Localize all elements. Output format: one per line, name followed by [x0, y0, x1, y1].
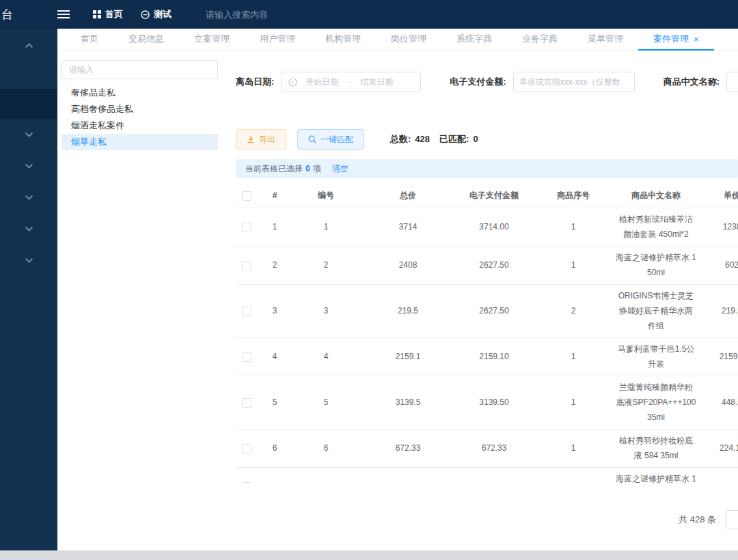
- row-checkbox[interactable]: [242, 482, 251, 483]
- nav-test[interactable]: 测试: [141, 8, 172, 20]
- table-cell: 海蓝之谜修护精萃水 150ml: [614, 247, 698, 284]
- row-checkbox-cell: [236, 444, 258, 453]
- tab-机构管理[interactable]: 机构管理: [310, 29, 376, 51]
- table-cell: 3714.00: [456, 216, 532, 239]
- hamburger-icon[interactable]: [57, 10, 70, 19]
- tab-label: 交易信息: [128, 33, 164, 45]
- sidebar-item[interactable]: [0, 30, 57, 61]
- close-icon[interactable]: ×: [694, 34, 699, 44]
- row-checkbox[interactable]: [242, 444, 251, 453]
- sidebar-item[interactable]: [0, 150, 57, 182]
- column-header: 商品序号: [532, 184, 614, 208]
- category-search-input[interactable]: [62, 60, 218, 79]
- date-end-placeholder: 结束日期: [360, 76, 393, 88]
- chevron-down-icon: [25, 195, 33, 200]
- amount-filter-input[interactable]: [513, 72, 635, 92]
- amount-filter-label: 电子支付金额:: [450, 76, 506, 88]
- table-row: 77602602.001海蓝之谜修护精萃水 150ml602: [236, 468, 738, 483]
- table-cell: 2159.10: [456, 346, 532, 369]
- table-cell: 219.5: [360, 300, 456, 323]
- chevron-down-icon: [25, 257, 33, 263]
- table-cell: 7: [292, 475, 360, 483]
- table-cell: 3139.5: [360, 391, 456, 415]
- table-cell: 1: [292, 216, 360, 239]
- tree-item-烟酒走私案件[interactable]: 烟酒走私案件: [62, 117, 218, 134]
- tab-label: 系统字典: [456, 33, 492, 45]
- sidebar-item[interactable]: [0, 119, 57, 150]
- nav-home[interactable]: 首页: [93, 8, 123, 20]
- tab-交易信息[interactable]: 交易信息: [113, 29, 179, 51]
- header-checkbox-cell: [236, 191, 258, 201]
- table-cell: 2: [532, 300, 614, 323]
- sidebar-item[interactable]: [0, 213, 57, 244]
- nav-test-label: 测试: [154, 8, 172, 20]
- selection-bar: 当前表格已选择 0 项 清空: [236, 159, 738, 178]
- sidebar-item-active[interactable]: [0, 89, 57, 119]
- tab-菜单管理[interactable]: 菜单管理: [573, 29, 638, 51]
- sidebar-item[interactable]: [0, 244, 57, 276]
- row-checkbox[interactable]: [242, 261, 251, 270]
- date-range-picker[interactable]: 开始日期 - 结束日期: [281, 72, 421, 92]
- tab-label: 首页: [81, 33, 98, 45]
- tab-首页[interactable]: 首页: [66, 29, 113, 51]
- minus-circle-icon: [141, 10, 150, 19]
- main-panel: 离岛日期: 开始日期 - 结束日期 电子支付金额:: [223, 51, 738, 550]
- category-panel: 奢侈品走私高档奢侈品走私烟酒走私案件烟草走私: [57, 51, 223, 550]
- table-cell: 602.00: [456, 475, 532, 483]
- row-checkbox[interactable]: [242, 307, 251, 316]
- tree-item-烟草走私[interactable]: 烟草走私: [62, 134, 218, 150]
- row-checkbox-cell: [236, 352, 258, 362]
- global-search-input[interactable]: [206, 10, 322, 20]
- tab-用户管理[interactable]: 用户管理: [245, 29, 310, 51]
- selection-count: 0: [305, 164, 310, 173]
- match-button-label: 一键匹配: [320, 134, 353, 145]
- table-cell: 植村秀新琥珀臻萃洁颜油套装 450ml*2: [614, 208, 698, 246]
- tab-业务字典[interactable]: 业务字典: [507, 29, 573, 51]
- table-cell: 2408: [360, 254, 456, 277]
- column-header: 单价: [698, 184, 738, 208]
- table-row: 66672.33672.331植村秀羽纱持妆粉底液 584 35ml224.11: [236, 430, 738, 468]
- row-checkbox-cell: [236, 482, 258, 483]
- table-cell: 672.33: [456, 437, 532, 460]
- column-header: #: [258, 184, 292, 208]
- clear-selection-link[interactable]: 清空: [332, 163, 348, 175]
- sidebar-item[interactable]: [0, 182, 57, 213]
- table-row: 553139.53139.501兰蔻菁纯臻颜精华粉底液SPF20PA+++100…: [236, 376, 738, 430]
- table-row: 1137143714.001植村秀新琥珀臻萃洁颜油套装 450ml*21238: [236, 208, 738, 247]
- table-cell: 224.11: [698, 437, 738, 460]
- tab-案件管理[interactable]: 案件管理×: [638, 29, 714, 51]
- row-checkbox[interactable]: [242, 352, 251, 362]
- date-start-placeholder: 开始日期: [305, 76, 338, 88]
- table-cell: 2159.1: [360, 346, 456, 369]
- table-cell: 602: [360, 475, 456, 483]
- tab-岗位管理[interactable]: 岗位管理: [376, 29, 441, 51]
- header-checkbox[interactable]: [242, 191, 251, 201]
- export-button[interactable]: 导出: [236, 129, 286, 150]
- one-click-match-button[interactable]: 一键匹配: [297, 129, 364, 150]
- tree-item-高档奢侈品走私[interactable]: 高档奢侈品走私: [62, 101, 218, 117]
- table-cell: 5: [258, 391, 292, 415]
- tab-label: 机构管理: [325, 33, 361, 45]
- table-cell: 1: [258, 216, 292, 239]
- tab-系统字典[interactable]: 系统字典: [441, 29, 507, 51]
- table-cell: 海蓝之谜修护精萃水 150ml: [614, 468, 698, 483]
- table-cell: 2159.1: [698, 346, 738, 369]
- total-label: 总数:: [390, 134, 411, 144]
- tab-立案管理[interactable]: 立案管理: [179, 29, 245, 51]
- download-icon: [247, 135, 259, 143]
- table-header-row: #编号总价电子支付金额商品序号商品中文名称单价: [236, 184, 738, 208]
- app-window: 台 首页 测试 首页交易信息立案管理用户管理机构管理岗位管理系统字典业务字典菜单…: [0, 0, 738, 550]
- table-cell: 马爹利蓝带干邑1.5公升装: [614, 338, 698, 376]
- top-navbar: 台 首页 测试: [0, 0, 738, 29]
- page-size-select[interactable]: [726, 510, 738, 529]
- match-stats: 总数:428已匹配:0: [390, 133, 488, 145]
- name-filter-label: 商品中文名称:: [664, 76, 720, 88]
- row-checkbox[interactable]: [242, 223, 251, 232]
- row-checkbox[interactable]: [242, 398, 251, 408]
- chevron-up-icon: [25, 43, 33, 48]
- table-row: 442159.12159.101马爹利蓝带干邑1.5公升装2159.1: [236, 338, 738, 376]
- name-filter-input[interactable]: [726, 72, 738, 92]
- tree-item-奢侈品走私[interactable]: 奢侈品走私: [62, 85, 218, 101]
- table-cell: 1: [532, 254, 614, 277]
- table-cell: 1: [532, 216, 614, 239]
